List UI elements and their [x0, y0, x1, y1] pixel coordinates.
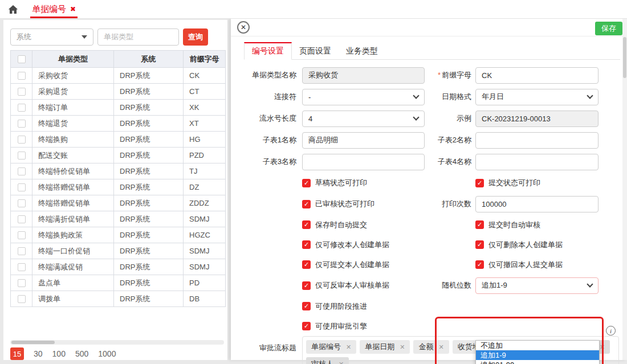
table-row[interactable]: 终端特价促销单DRP系统TJ: [11, 163, 226, 179]
row-checkbox[interactable]: [18, 295, 26, 303]
tab-close-icon[interactable]: ✖: [70, 5, 76, 13]
close-icon[interactable]: ✕: [237, 21, 250, 34]
dropdown-option[interactable]: 不追加: [476, 341, 599, 350]
table-row[interactable]: 终端搭赠促销单DRP系统DZ: [11, 179, 226, 195]
row-checkbox[interactable]: [18, 231, 26, 239]
tab-label: 单据编号: [32, 4, 66, 15]
checkbox-reverse-own[interactable]: ✓: [302, 281, 311, 290]
search-button[interactable]: 查询: [183, 28, 208, 46]
subtable3-field[interactable]: [302, 154, 425, 170]
checkbox-approval-engine[interactable]: ✓: [302, 322, 311, 330]
checkbox-draft-print[interactable]: ✓: [302, 179, 311, 187]
system-select[interactable]: 系统: [10, 28, 93, 46]
horizontal-scrollbar[interactable]: [10, 340, 224, 345]
page-size-15[interactable]: 15: [10, 347, 24, 360]
dropdown-option-selected[interactable]: 追加1-9: [476, 350, 599, 360]
row-checkbox[interactable]: [18, 152, 26, 159]
page-size-500[interactable]: 500: [75, 349, 88, 358]
table-row[interactable]: 采购退货DRP系统CT: [11, 84, 226, 100]
tab-page-settings[interactable]: 页面设置: [292, 42, 339, 59]
row-checkbox[interactable]: [18, 88, 26, 96]
checkbox-modify-own[interactable]: ✓: [302, 240, 311, 249]
serial-length-select[interactable]: 4: [302, 111, 425, 127]
horizontal-scrollbar-thumb[interactable]: [11, 341, 55, 344]
subtable1-field[interactable]: 商品明细: [302, 132, 425, 149]
subtable4-label: 子表4名称: [425, 157, 471, 167]
save-button[interactable]: 保存: [595, 22, 622, 35]
checkbox-withdraw-own[interactable]: ✓: [475, 260, 484, 269]
top-bar: 单据编号 ✖: [0, 0, 627, 19]
select-all-checkbox[interactable]: [18, 55, 26, 63]
table-row[interactable]: 终端换购DRP系统HG: [11, 132, 226, 148]
row-checkbox[interactable]: [18, 215, 26, 223]
col-header-system: 系统: [114, 51, 184, 68]
tag-remove-icon[interactable]: ✕: [600, 343, 605, 351]
example-label: 示例: [425, 113, 471, 124]
connector-select[interactable]: -: [302, 89, 425, 105]
checkbox-auto-submit[interactable]: ✓: [302, 220, 311, 229]
row-checkbox[interactable]: [18, 183, 26, 191]
vertical-scrollbar[interactable]: [622, 19, 627, 360]
page-size-bar: 15 30 100 500 1000: [10, 347, 116, 360]
tag-remove-icon[interactable]: ✕: [400, 343, 405, 351]
checkbox-label: 仅可修改本人创建单据: [315, 240, 389, 250]
table-row[interactable]: 终端搭赠促销单DRP系统ZDDZ: [11, 195, 226, 211]
table-row[interactable]: 终端订单DRP系统XK: [11, 100, 226, 116]
row-checkbox[interactable]: [18, 199, 26, 207]
tab-number-settings[interactable]: 编号设置: [244, 42, 292, 60]
checkbox-submit-own[interactable]: ✓: [302, 260, 311, 269]
table-header-row: 单据类型 系统 前缀字母: [11, 51, 226, 68]
row-checkbox[interactable]: [18, 72, 26, 80]
dropdown-option[interactable]: 追加01-99: [476, 360, 599, 364]
page-size-1000[interactable]: 1000: [98, 349, 116, 358]
row-checkbox[interactable]: [18, 120, 26, 128]
table-row[interactable]: 配送交账DRP系统PZD: [11, 148, 226, 163]
subtable2-field[interactable]: [475, 132, 598, 149]
table-row[interactable]: 采购收货DRP系统CK: [11, 68, 226, 84]
tag-remove-icon[interactable]: ✕: [346, 343, 351, 351]
table-row[interactable]: 终端换购政策DRP系统HGZC: [11, 227, 226, 243]
checkbox-label: 可使用审批引擎: [315, 321, 367, 332]
caret-down-icon: [82, 35, 87, 39]
doc-type-name-field: 采购收货: [302, 67, 425, 84]
subtable4-field[interactable]: [475, 154, 598, 170]
row-checkbox[interactable]: [18, 279, 26, 287]
checkbox-label: 已审核状态可打印: [315, 199, 374, 209]
system-select-placeholder: 系统: [17, 32, 31, 42]
table-row[interactable]: 终端满折促销单DRP系统SDMJ: [11, 211, 226, 227]
row-checkbox[interactable]: [18, 167, 26, 175]
page-size-30[interactable]: 30: [34, 349, 43, 358]
table-row[interactable]: 盘点单DRP系统PD: [11, 275, 226, 291]
checkbox-stage-advance[interactable]: ✓: [302, 302, 311, 310]
random-digits-select[interactable]: 追加1-9: [475, 277, 598, 294]
table-row[interactable]: 终端满减促销DRP系统SDMJ: [11, 259, 226, 275]
checkbox-auto-audit[interactable]: ✓: [475, 220, 484, 229]
tag-remove-icon[interactable]: ✕: [438, 343, 443, 351]
tab-document-number[interactable]: 单据编号 ✖: [32, 0, 76, 18]
info-icon[interactable]: i: [606, 326, 616, 336]
checkbox-label: 仅可反审本人审核单据: [315, 280, 389, 291]
tag-remove-icon[interactable]: ✕: [339, 361, 344, 364]
row-checkbox[interactable]: [18, 247, 26, 255]
checkbox-delete-own[interactable]: ✓: [475, 240, 484, 249]
vertical-scrollbar-thumb[interactable]: [623, 37, 626, 78]
table-row[interactable]: 终端一口价促销DRP系统SDMJ: [11, 243, 226, 259]
checkbox-submit-print[interactable]: ✓: [475, 179, 484, 187]
doc-type-search-input[interactable]: 单据类型: [97, 28, 179, 46]
table-row[interactable]: 调拨单DRP系统DB: [11, 291, 226, 307]
tab-business-type[interactable]: 业务类型: [339, 42, 385, 59]
print-count-field[interactable]: 100000: [475, 196, 598, 212]
date-format-select[interactable]: 年月日: [475, 89, 598, 105]
page-size-100[interactable]: 100: [52, 349, 66, 358]
checkbox-label: 提交时自动审核: [488, 220, 540, 230]
approval-flow-label: 审批流标题: [231, 343, 296, 364]
checkbox-audited-print[interactable]: ✓: [302, 200, 311, 208]
table-row[interactable]: 终端退货DRP系统XT: [11, 116, 226, 132]
row-checkbox[interactable]: [18, 263, 26, 271]
approval-tag: 审核人✕: [306, 357, 349, 364]
prefix-field[interactable]: CK: [475, 67, 598, 84]
row-checkbox[interactable]: [18, 136, 26, 144]
home-icon[interactable]: [8, 5, 18, 14]
row-checkbox[interactable]: [18, 104, 26, 112]
checkbox-label: 仅可删除本人创建单据: [488, 240, 563, 250]
